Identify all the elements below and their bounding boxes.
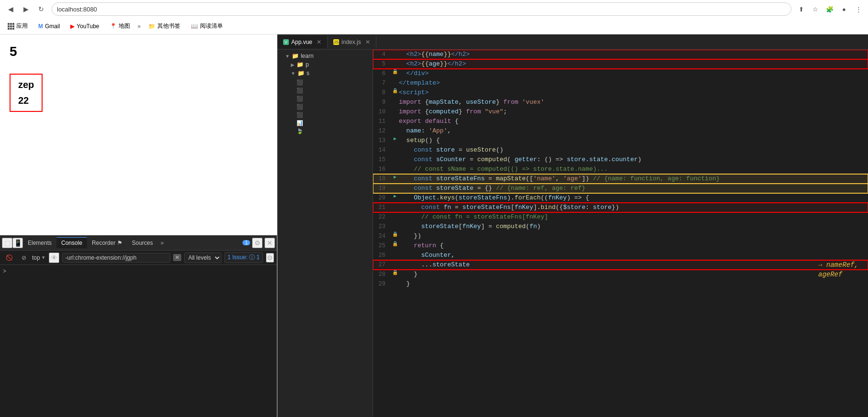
code-view[interactable]: 4 <h2>{{name}}</h2>5 <h2>{{age}}</h2>6🔒 …	[373, 50, 868, 417]
page-number: 5	[10, 44, 267, 59]
code-line-6[interactable]: 6🔒 </div>	[373, 69, 868, 78]
line-number: 7	[377, 78, 391, 88]
ft-learn-folder[interactable]: ▼ 📁 learn	[277, 52, 373, 60]
tab-recorder[interactable]: Recorder ⚑	[87, 238, 127, 248]
eye-icon[interactable]: 👁	[49, 252, 59, 263]
issues-badge[interactable]: 1 Issue: ⓘ 1	[224, 252, 263, 263]
code-line-22[interactable]: 22 // const fn = storeStateFns[fnKey]	[373, 212, 868, 222]
bookmark-apps[interactable]: 应用	[5, 21, 31, 31]
code-line-23[interactable]: 23 storeState[fnKey] = computed(fn)	[373, 222, 868, 231]
code-line-18[interactable]: 18▶ const storeStateFns = mapState(['nam…	[373, 174, 868, 184]
youtube-icon: ▶	[70, 23, 75, 30]
ft-p-label: p	[306, 61, 309, 68]
profile-icon[interactable]: ●	[838, 3, 850, 15]
line-number: 23	[377, 222, 391, 231]
code-line-28[interactable]: 28🔒 }	[373, 270, 868, 279]
line-number: 22	[377, 212, 391, 222]
ft-other-file-icon: ⬛	[297, 112, 303, 118]
code-line-4[interactable]: 4 <h2>{{name}}</h2>	[373, 50, 868, 59]
code-line-13[interactable]: 13▶ setup() {	[373, 136, 868, 145]
tab-more[interactable]: »	[158, 238, 167, 248]
code-line-26[interactable]: 26 sCounter,	[373, 251, 868, 260]
maps-icon: 📍	[110, 23, 117, 29]
devtools-tab-bar: ⬚ 📱 Elements Console Recorder ⚑ Sources …	[0, 235, 277, 251]
line-number: 13	[377, 136, 391, 145]
code-line-9[interactable]: 9import {mapState, useStore} from 'vuex'	[373, 98, 868, 107]
close-app-vue-icon[interactable]: ✕	[317, 39, 321, 45]
share-icon[interactable]: ⬆	[795, 3, 807, 15]
log-levels-select[interactable]: All levels	[184, 252, 221, 263]
bookmark-other[interactable]: 📁 其他书签	[145, 21, 183, 31]
extension-icon[interactable]: 🧩	[824, 3, 835, 15]
code-line-5[interactable]: 5 <h2>{{age}}</h2>	[373, 59, 868, 69]
code-line-25[interactable]: 25🔒 return {	[373, 241, 868, 251]
console-filter-input[interactable]	[62, 253, 170, 263]
ft-file-6[interactable]: 📊	[277, 119, 373, 127]
tab-app-vue[interactable]: V App.vue ✕	[277, 36, 328, 48]
code-line-10[interactable]: 10import {computed} from "vue";	[373, 107, 868, 117]
line-number: 10	[377, 107, 391, 117]
tab-elements[interactable]: Elements	[23, 238, 56, 248]
console-settings-icon[interactable]: ⚙	[266, 253, 274, 263]
bookmark-reading[interactable]: 📖 阅读清单	[188, 21, 226, 31]
top-chevron: ▼	[41, 255, 46, 260]
ft-p-folder[interactable]: ▶ 📁 p	[277, 60, 373, 69]
code-line-27[interactable]: 27 ...storeState→ nameRef, ageRef	[373, 260, 868, 270]
code-line-16[interactable]: 16 // const sName = computed(() => store…	[373, 165, 868, 174]
settings-icon[interactable]: ⚙	[252, 238, 263, 248]
menu-icon[interactable]: ⋮	[853, 3, 864, 15]
editor-panel: V App.vue ✕ JS index.js ✕ ▼ 📁 learn ▶	[277, 34, 868, 417]
code-line-7[interactable]: 7</template>	[373, 78, 868, 88]
bookmark-icon[interactable]: ☆	[810, 3, 821, 15]
reload-button[interactable]: ↻	[34, 2, 48, 16]
tab-console[interactable]: Console	[56, 237, 87, 248]
tab-app-vue-label: App.vue	[291, 39, 312, 45]
line-content: Object.keys(storeStateFns).forEach((fnKe…	[399, 193, 864, 203]
code-line-12[interactable]: 12 name: 'App',	[373, 126, 868, 136]
more-bookmarks[interactable]: »	[138, 23, 141, 30]
bookmark-gmail[interactable]: M Gmail	[35, 22, 63, 31]
clear-console-button[interactable]: 🚫	[3, 253, 16, 262]
address-bar[interactable]: localhost:8080	[52, 2, 791, 16]
line-content: <h2>{{age}}</h2>	[399, 59, 864, 69]
line-number: 14	[377, 145, 391, 155]
line-content: sCounter,	[399, 251, 864, 260]
bookmark-maps[interactable]: 📍 地图	[107, 21, 133, 31]
ft-file-2[interactable]: ⬛	[277, 87, 373, 95]
browser-panel: 5 zep 22 ⬚ 📱 Elements Console Recorder ⚑	[0, 34, 277, 417]
back-button[interactable]: ◀	[4, 2, 17, 16]
code-line-14[interactable]: 14 const store = useStore()	[373, 145, 868, 155]
clear-filter-button[interactable]: ✕	[173, 254, 181, 261]
inspect-icon[interactable]: ⬚	[2, 238, 12, 248]
code-line-11[interactable]: 11export default {	[373, 117, 868, 126]
close-index-js-icon[interactable]: ✕	[365, 39, 370, 45]
top-selector[interactable]: top ▼	[32, 254, 46, 261]
line-content: storeState[fnKey] = computed(fn)	[399, 222, 864, 231]
ft-file-1[interactable]: ⬛	[277, 78, 373, 87]
ft-file-5[interactable]: ⬛	[277, 111, 373, 119]
filter-toggle-button[interactable]: ⊘	[19, 253, 29, 262]
line-content: // const sName = computed(() => store.st…	[399, 165, 864, 174]
ft-js-file-icon-1: ⬛	[297, 96, 303, 102]
page-content: 5 zep 22	[0, 34, 277, 235]
ft-file-3[interactable]: ⬛	[277, 95, 373, 103]
line-number: 4	[377, 50, 391, 59]
line-number: 24	[377, 231, 391, 241]
close-icon[interactable]: ✕	[264, 238, 275, 248]
tab-index-js[interactable]: JS index.js ✕	[328, 36, 376, 48]
code-line-29[interactable]: 29 }	[373, 279, 868, 289]
forward-button[interactable]: ▶	[19, 2, 33, 16]
bookmark-youtube[interactable]: ▶ YouTube	[67, 22, 102, 31]
code-line-15[interactable]: 15 const sCounter = computed( getter: ()…	[373, 155, 868, 165]
code-line-19[interactable]: 19 const storeState = {} // {name: ref, …	[373, 184, 868, 193]
code-line-24[interactable]: 24🔒 })	[373, 231, 868, 241]
code-line-21[interactable]: 21 const fn = storeStateFns[fnKey].bind(…	[373, 203, 868, 212]
line-number: 20	[377, 193, 391, 203]
code-line-8[interactable]: 8🔒<script>	[373, 88, 868, 98]
code-line-20[interactable]: 20▶ Object.keys(storeStateFns).forEach((…	[373, 193, 868, 203]
ft-s-folder[interactable]: ▼ 📁 s	[277, 69, 373, 77]
tab-sources[interactable]: Sources	[127, 238, 158, 248]
device-icon[interactable]: 📱	[12, 238, 23, 248]
ft-file-7[interactable]: 🍃	[277, 127, 373, 135]
ft-file-4[interactable]: ⬛	[277, 103, 373, 111]
